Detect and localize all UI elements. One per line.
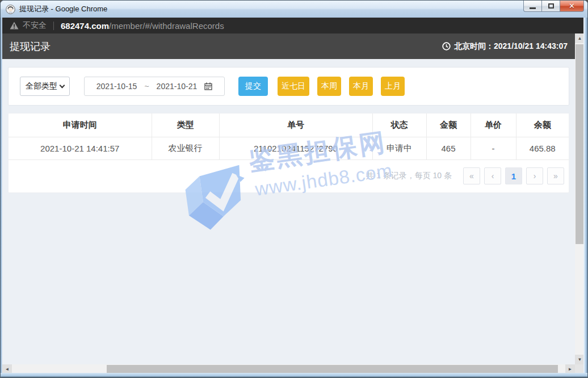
window-frame-left (1, 18, 2, 377)
minimize-icon (530, 7, 536, 9)
address-bar[interactable]: 不安全 682474.com /member/#/withdrawalRecor… (2, 18, 585, 33)
beijing-time-label: 北京时间：2021/10/21 14:43:07 (454, 41, 568, 52)
col-apply-time: 申请时间 (9, 114, 152, 137)
date-range-input[interactable]: 2021-10-15 ~ 2021-10-21 (84, 77, 225, 96)
favicon-avatar-icon (6, 5, 15, 14)
filter-panel: 全部类型 2021-10-15 ~ 2021-10-21 (8, 67, 569, 106)
date-separator: ~ (144, 82, 149, 91)
browser-window: 提现记录 - Google Chrome ✕ 不安全 682474.com /m… (0, 0, 588, 378)
url-host[interactable]: 682474.com (61, 21, 109, 31)
cell-unit-price: - (471, 137, 516, 159)
submit-button[interactable]: 提交 (238, 77, 268, 96)
cell-amount: 465 (426, 137, 471, 159)
url-path[interactable]: /member/#/withdrawalRecords (109, 21, 224, 31)
quick-thismonth-button[interactable]: 本月 (349, 77, 373, 96)
cell-order-no: 211021024115272790 (219, 137, 372, 159)
records-table: 申请时间 类型 单号 状态 金额 单价 余额 2021-10-21 14:41:… (9, 114, 569, 160)
type-select-value: 全部类型 (26, 81, 57, 91)
chevron-down-icon (60, 82, 65, 88)
page-client-area: 提现记录 北京时间：2021/10/21 14:43:07 全部类型 2021-… (2, 33, 585, 374)
col-order-no: 单号 (219, 114, 372, 137)
horizontal-scrollbar-thumb[interactable] (107, 365, 558, 373)
cell-apply-time: 2021-10-21 14:41:57 (9, 137, 152, 159)
date-from: 2021-10-15 (96, 82, 137, 91)
pagination-page-1-button[interactable]: 1 (505, 167, 522, 184)
restore-button[interactable] (541, 1, 560, 12)
pagination-prev-button[interactable]: ‹ (484, 167, 501, 184)
col-amount: 金额 (426, 114, 471, 137)
clock-icon (442, 42, 451, 51)
col-unit-price: 单价 (471, 114, 516, 137)
close-icon: ✕ (569, 2, 575, 10)
window-controls: ✕ (524, 1, 584, 12)
close-button[interactable]: ✕ (560, 1, 584, 12)
pagination-next-button[interactable]: › (526, 167, 543, 184)
pagination-summary: 共 1 条记录，每页 10 条 (366, 171, 452, 181)
cell-status: 申请中 (372, 137, 426, 159)
page-header: 提现记录 北京时间：2021/10/21 14:43:07 (2, 33, 575, 59)
cell-balance: 465.88 (516, 137, 569, 159)
pagination-first-button[interactable]: « (463, 167, 480, 184)
date-to: 2021-10-21 (157, 82, 198, 91)
window-frame-right (583, 18, 587, 377)
page-title: 提现记录 (10, 40, 51, 53)
cell-type: 农业银行 (152, 137, 219, 159)
table-header-row: 申请时间 类型 单号 状态 金额 单价 余额 (9, 114, 569, 137)
records-panel: 申请时间 类型 单号 状态 金额 单价 余额 2021-10-21 14:41:… (8, 113, 569, 193)
security-label[interactable]: 不安全 (23, 20, 47, 31)
quick-lastmonth-button[interactable]: 上月 (381, 77, 405, 96)
type-select[interactable]: 全部类型 (20, 77, 70, 96)
restore-icon (548, 3, 554, 9)
pagination-last-button[interactable]: » (547, 167, 564, 184)
col-status: 状态 (372, 114, 426, 137)
window-titlebar[interactable]: 提现记录 - Google Chrome ✕ (1, 1, 587, 18)
beijing-time: 北京时间：2021/10/21 14:43:07 (442, 41, 568, 52)
window-frame-bottom (1, 373, 587, 377)
quick-thisweek-button[interactable]: 本周 (317, 77, 341, 96)
page-content: 提现记录 北京时间：2021/10/21 14:43:07 全部类型 2021-… (2, 33, 575, 364)
col-balance: 余额 (516, 114, 569, 137)
table-row: 2021-10-21 14:41:57 农业银行 211021024115272… (9, 137, 569, 159)
calendar-icon (204, 82, 212, 90)
vertical-scrollbar-thumb[interactable] (576, 44, 584, 244)
col-type: 类型 (152, 114, 219, 137)
pagination: 共 1 条记录，每页 10 条 « ‹ 1 › » (9, 160, 569, 192)
quick-last7days-button[interactable]: 近七日 (278, 77, 309, 96)
minimize-button[interactable] (523, 1, 542, 12)
warning-triangle-icon (10, 22, 19, 30)
window-title: 提现记录 - Google Chrome (19, 4, 107, 14)
url-divider (53, 22, 54, 30)
